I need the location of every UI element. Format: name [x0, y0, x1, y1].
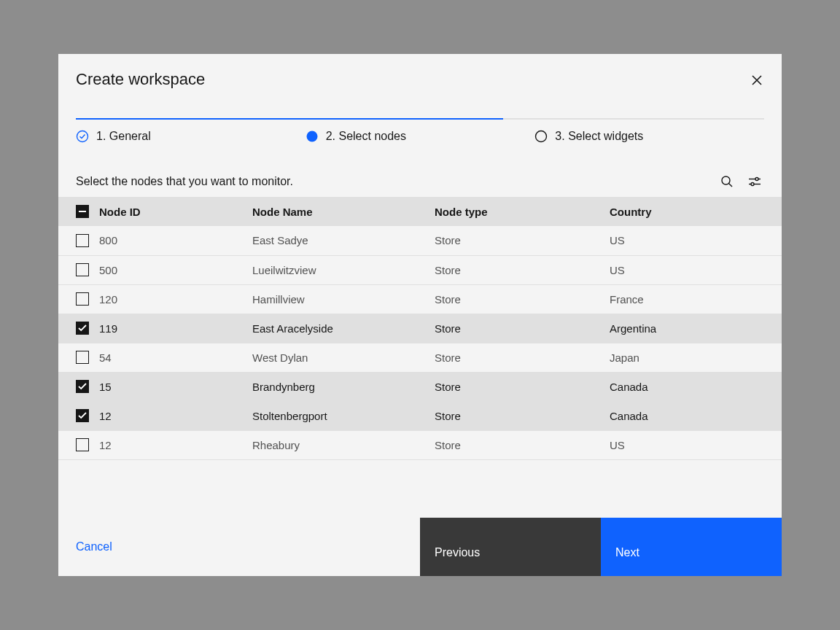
- step-label-text: Select widgets: [568, 130, 643, 142]
- step-label-text: Select nodes: [338, 130, 406, 142]
- table-row[interactable]: 500LueilwitzviewStoreUS: [58, 255, 782, 284]
- modal-title: Create workspace: [76, 70, 205, 89]
- col-header-name[interactable]: Node Name: [252, 197, 435, 226]
- svg-point-6: [755, 178, 758, 181]
- table-header-row: Node ID Node Name Node type Country: [58, 197, 782, 226]
- instruction-text: Select the nodes that you want to monito…: [76, 175, 293, 188]
- row-checkbox[interactable]: [76, 409, 89, 422]
- cell-node-name: Rheabury: [252, 430, 435, 459]
- nodes-table-wrap: Node ID Node Name Node type Country 800E…: [58, 197, 782, 460]
- svg-line-4: [729, 184, 732, 187]
- step-general[interactable]: 1. General: [76, 130, 306, 143]
- col-header-id[interactable]: Node ID: [99, 197, 252, 226]
- cell-node-type: Store: [435, 372, 610, 401]
- cell-node-name: East Sadye: [252, 226, 435, 255]
- cell-country: Argentina: [610, 314, 782, 343]
- cell-node-type: Store: [435, 343, 610, 372]
- settings-adjust-icon: [748, 175, 761, 188]
- svg-point-0: [77, 131, 88, 142]
- close-button[interactable]: [750, 73, 764, 88]
- settings-button[interactable]: [748, 175, 761, 188]
- cell-node-name: Hamillview: [252, 284, 435, 314]
- progress-track-fill: [76, 118, 503, 120]
- content-toolbar: Select the nodes that you want to monito…: [76, 175, 764, 197]
- cancel-button[interactable]: Cancel: [58, 518, 112, 576]
- table-row[interactable]: 120HamillviewStoreFrance: [58, 284, 782, 314]
- col-header-type[interactable]: Node type: [435, 197, 610, 226]
- svg-point-2: [536, 131, 547, 142]
- col-header-country[interactable]: Country: [610, 197, 782, 226]
- table-body: 800East SadyeStoreUS500LueilwitzviewStor…: [58, 226, 782, 459]
- cell-node-id: 800: [99, 226, 252, 255]
- row-checkbox[interactable]: [76, 292, 89, 306]
- search-icon: [720, 175, 734, 188]
- table-toolbar: [720, 175, 764, 188]
- cell-node-name: West Dylan: [252, 343, 435, 372]
- svg-point-3: [722, 176, 730, 184]
- cell-country: France: [610, 284, 782, 314]
- cell-node-id: 54: [99, 343, 252, 372]
- search-button[interactable]: [720, 175, 734, 188]
- progress-steps: 1. General 2. Select nodes 3.: [76, 130, 764, 143]
- table-row[interactable]: 800East SadyeStoreUS: [58, 226, 782, 255]
- table-row[interactable]: 12StoltenbergportStoreCanada: [58, 401, 782, 430]
- table-row[interactable]: 12RheaburyStoreUS: [58, 430, 782, 459]
- step-select-widgets[interactable]: 3. Select widgets: [534, 130, 764, 143]
- cell-node-type: Store: [435, 314, 610, 343]
- modal-footer: Cancel Previous Next: [58, 518, 782, 576]
- svg-point-8: [751, 183, 754, 186]
- cell-country: Japan: [610, 343, 782, 372]
- cell-node-id: 12: [99, 430, 252, 459]
- cell-node-id: 15: [99, 372, 252, 401]
- cell-node-name: Stoltenbergport: [252, 401, 435, 430]
- row-checkbox[interactable]: [76, 263, 89, 276]
- cell-country: US: [610, 255, 782, 284]
- progress-indicator: 1. General 2. Select nodes 3.: [76, 118, 764, 143]
- checkmark-outline-icon: [76, 130, 89, 143]
- step-number: 2.: [326, 130, 335, 142]
- cell-node-id: 12: [99, 401, 252, 430]
- cell-node-name: Brandynberg: [252, 372, 435, 401]
- cell-node-name: Lueilwitzview: [252, 255, 435, 284]
- cell-node-type: Store: [435, 430, 610, 459]
- cell-node-type: Store: [435, 255, 610, 284]
- table-row[interactable]: 15BrandynbergStoreCanada: [58, 372, 782, 401]
- cell-node-type: Store: [435, 226, 610, 255]
- step-select-nodes[interactable]: 2. Select nodes: [306, 130, 535, 143]
- table-row[interactable]: 54West DylanStoreJapan: [58, 343, 782, 372]
- row-checkbox[interactable]: [76, 234, 89, 247]
- circle-outline-icon: [534, 130, 548, 143]
- cell-node-id: 119: [99, 314, 252, 343]
- cell-node-name: East Aracelyside: [252, 314, 435, 343]
- row-checkbox[interactable]: [76, 351, 89, 364]
- row-checkbox[interactable]: [76, 438, 89, 451]
- previous-button[interactable]: Previous: [420, 518, 601, 576]
- row-checkbox[interactable]: [76, 322, 89, 335]
- step-number: 3.: [555, 130, 564, 142]
- cell-node-id: 500: [99, 255, 252, 284]
- cell-country: US: [610, 226, 782, 255]
- svg-point-1: [306, 131, 317, 142]
- step-label-text: General: [109, 130, 151, 142]
- indeterminate-icon: [79, 211, 86, 212]
- cell-country: Canada: [610, 401, 782, 430]
- cell-node-type: Store: [435, 284, 610, 314]
- modal-content: Select the nodes that you want to monito…: [58, 175, 782, 518]
- close-icon: [750, 74, 763, 87]
- nodes-table: Node ID Node Name Node type Country 800E…: [58, 197, 782, 460]
- next-button[interactable]: Next: [601, 518, 782, 576]
- circle-filled-icon: [306, 130, 319, 143]
- row-checkbox[interactable]: [76, 380, 89, 393]
- cell-country: Canada: [610, 372, 782, 401]
- step-number: 1.: [96, 130, 106, 142]
- modal-header: Create workspace: [58, 54, 782, 89]
- footer-buttons: Previous Next: [420, 518, 782, 576]
- cell-node-type: Store: [435, 401, 610, 430]
- table-row[interactable]: 119East AracelysideStoreArgentina: [58, 314, 782, 343]
- create-workspace-modal: Create workspace 1. General: [58, 54, 782, 576]
- cell-country: US: [610, 430, 782, 459]
- cell-node-id: 120: [99, 284, 252, 314]
- select-all-checkbox[interactable]: [76, 205, 89, 218]
